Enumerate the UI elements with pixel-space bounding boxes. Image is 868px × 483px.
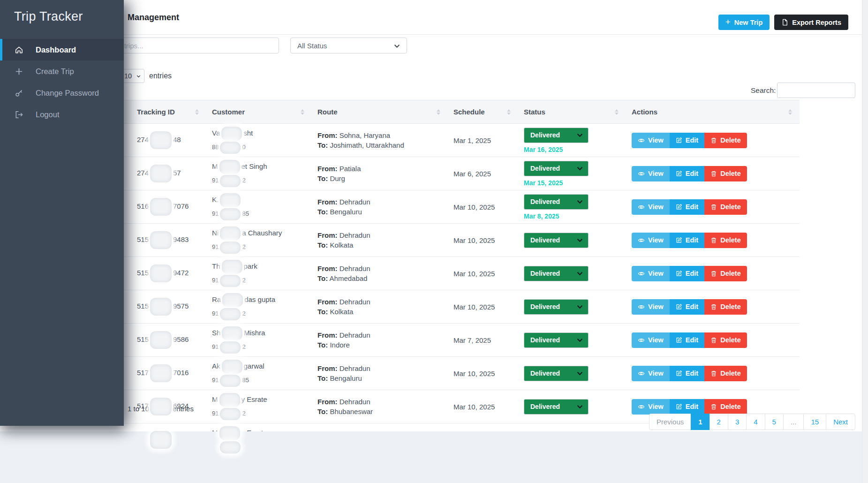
actions-cell: View Edit Delete bbox=[626, 324, 800, 357]
route-cell: From: Dehradun To: Bhubaneswar bbox=[312, 390, 448, 423]
route-to: To: Bhubaneswar bbox=[317, 407, 442, 416]
edit-button[interactable]: Edit bbox=[670, 399, 704, 415]
plus-icon: + bbox=[725, 17, 731, 26]
status-select[interactable]: Delivered bbox=[524, 233, 589, 248]
edit-button[interactable]: Edit bbox=[670, 233, 704, 248]
view-button[interactable]: View bbox=[632, 133, 670, 148]
key-icon bbox=[14, 89, 23, 98]
view-button[interactable]: View bbox=[632, 166, 670, 181]
sidebar-item-logout[interactable]: Logout bbox=[0, 104, 124, 125]
redaction-blur bbox=[220, 308, 241, 320]
table-row: 27448 Vasht 880 From: Sohna, Haryana To:… bbox=[117, 124, 800, 157]
customer-phone: 912 bbox=[212, 175, 306, 187]
status-select[interactable]: Delivered bbox=[524, 299, 589, 315]
edit-button[interactable]: Edit bbox=[670, 366, 704, 381]
pagination-[interactable]: ... bbox=[783, 414, 804, 430]
pagination-4[interactable]: 4 bbox=[746, 414, 765, 430]
delete-button[interactable]: Delete bbox=[704, 366, 747, 381]
view-button[interactable]: View bbox=[632, 332, 670, 348]
actions-cell: View Edit Delete bbox=[626, 157, 800, 190]
customer-phone: 912 bbox=[212, 242, 306, 254]
route-cell: From: Dehradun To: Ahmedabad bbox=[312, 257, 448, 290]
edit-button[interactable]: Edit bbox=[670, 133, 704, 148]
view-button[interactable]: View bbox=[632, 299, 670, 315]
sidebar-item-change-password[interactable]: Change Password bbox=[0, 82, 124, 104]
new-trip-button[interactable]: + New Trip bbox=[718, 15, 770, 30]
customer-phone: 9185 bbox=[212, 208, 306, 220]
sidebar-item-create-trip[interactable]: Create Trip bbox=[0, 60, 124, 82]
sidebar-item-dashboard[interactable]: Dashboard bbox=[0, 39, 124, 60]
pagination-1[interactable]: 1 bbox=[691, 414, 709, 430]
tracking-id-cell: 5159575 bbox=[131, 290, 206, 324]
redaction-blur bbox=[150, 131, 172, 149]
pagination-2[interactable]: 2 bbox=[709, 414, 728, 430]
schedule-cell: Mar 10, 2025 bbox=[448, 257, 518, 290]
status-select[interactable]: Delivered bbox=[524, 332, 589, 348]
delete-button[interactable]: Delete bbox=[704, 332, 747, 348]
table-search-input[interactable] bbox=[777, 83, 855, 98]
view-button[interactable]: View bbox=[632, 366, 670, 381]
route-cell: From: Dehradun To: Indore bbox=[312, 324, 448, 357]
schedule-cell: Mar 6, 2025 bbox=[448, 157, 518, 190]
status-select[interactable]: Delivered bbox=[524, 128, 589, 143]
pagination-5[interactable]: 5 bbox=[765, 414, 784, 430]
delete-button[interactable]: Delete bbox=[704, 399, 747, 415]
edit-button[interactable]: Edit bbox=[670, 332, 704, 348]
redaction-blur bbox=[222, 326, 242, 340]
edit-button[interactable]: Edit bbox=[670, 266, 704, 281]
column-header-status[interactable]: Status bbox=[518, 100, 626, 124]
delete-button[interactable]: Delete bbox=[704, 266, 747, 281]
route-to: To: Bengaluru bbox=[317, 373, 442, 383]
pagination-15[interactable]: 15 bbox=[803, 414, 826, 430]
pagination-next[interactable]: Next bbox=[826, 414, 855, 430]
chevron-down-icon bbox=[577, 270, 583, 277]
redaction-blur bbox=[150, 431, 172, 449]
customer-cell: My Esrate 912 bbox=[206, 390, 312, 423]
delete-button[interactable]: Delete bbox=[704, 166, 747, 181]
status-select[interactable]: Delivered bbox=[524, 366, 589, 381]
export-reports-button[interactable]: Export Reports bbox=[774, 15, 848, 30]
edit-button[interactable]: Edit bbox=[670, 299, 704, 315]
tracking-id-cell: 5159586 bbox=[131, 324, 206, 357]
table-row: 5159586 ShMishra 912 From: Dehradun To: … bbox=[117, 324, 800, 357]
status-select[interactable]: Delivered bbox=[524, 266, 589, 281]
column-header-tracking-id[interactable]: Tracking ID bbox=[131, 100, 206, 124]
redaction-blur bbox=[220, 208, 241, 220]
status-select[interactable]: Delivered bbox=[524, 194, 589, 210]
pencil-icon bbox=[676, 204, 682, 210]
view-button[interactable]: View bbox=[632, 199, 670, 215]
edit-button[interactable]: Edit bbox=[670, 166, 704, 181]
customer-phone: 912 bbox=[212, 408, 306, 420]
customer-cell: Thpark 912 bbox=[206, 257, 312, 290]
view-button[interactable]: View bbox=[632, 233, 670, 248]
sort-icon bbox=[301, 109, 304, 115]
status-select[interactable]: Delivered bbox=[524, 399, 589, 415]
schedule-cell: Mar 10, 2025 bbox=[448, 190, 518, 224]
route-to: To: Durg bbox=[317, 174, 442, 183]
delete-button[interactable]: Delete bbox=[704, 233, 747, 248]
delete-button[interactable]: Delete bbox=[704, 133, 747, 148]
view-button[interactable]: View bbox=[632, 266, 670, 281]
delete-button[interactable]: Delete bbox=[704, 199, 747, 215]
route-from: From: Dehradun bbox=[317, 330, 442, 340]
column-header-route[interactable]: Route bbox=[312, 100, 448, 124]
column-header-customer[interactable]: Customer bbox=[206, 100, 312, 124]
column-header-actions[interactable]: Actions bbox=[626, 100, 800, 124]
tracking-id-cell: 27448 bbox=[131, 124, 206, 157]
edit-button[interactable]: Edit bbox=[670, 199, 704, 215]
redaction-blur bbox=[222, 360, 242, 374]
delete-button[interactable]: Delete bbox=[704, 299, 747, 315]
pagination-3[interactable]: 3 bbox=[728, 414, 747, 430]
view-button[interactable]: View bbox=[632, 399, 670, 415]
column-header-schedule[interactable]: Schedule bbox=[448, 100, 518, 124]
table-header-row: Tracking ID Customer Route Schedule Stat… bbox=[117, 100, 800, 124]
status-select[interactable]: Delivered bbox=[524, 161, 589, 176]
redaction-blur bbox=[222, 293, 243, 307]
pencil-icon bbox=[676, 403, 682, 410]
action-buttons: View Edit Delete bbox=[632, 332, 747, 348]
status-filter-select[interactable]: All Status bbox=[290, 38, 407, 53]
redaction-blur bbox=[150, 165, 172, 182]
chevron-down-icon bbox=[577, 131, 583, 139]
pagination-previous[interactable]: Previous bbox=[649, 414, 691, 430]
scrollbar-track[interactable] bbox=[862, 0, 868, 483]
